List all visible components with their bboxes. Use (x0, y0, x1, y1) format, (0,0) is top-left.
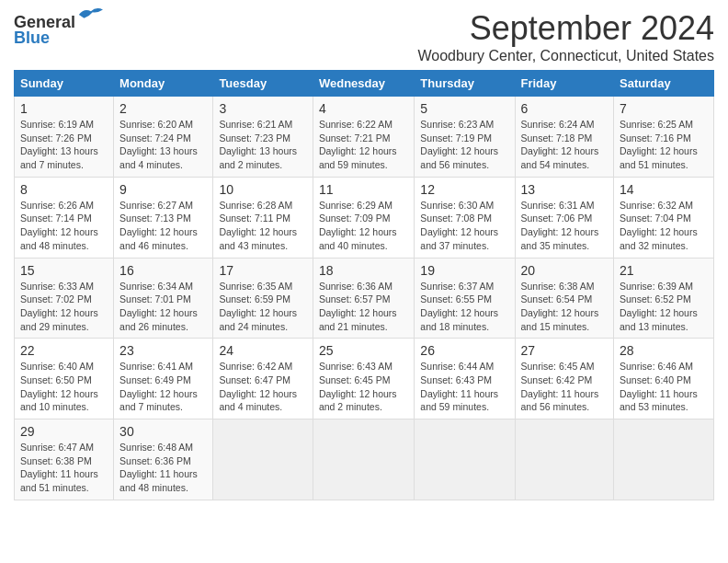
calendar-cell-19: 19Sunrise: 6:37 AMSunset: 6:55 PMDayligh… (415, 258, 515, 339)
calendar-cell-13: 13Sunrise: 6:31 AMSunset: 7:06 PMDayligh… (515, 177, 614, 258)
calendar-cell-3: 3Sunrise: 6:21 AMSunset: 7:23 PMDaylight… (213, 97, 313, 178)
calendar-cell-empty (515, 419, 614, 500)
calendar-cell-7: 7Sunrise: 6:25 AMSunset: 7:16 PMDaylight… (614, 97, 714, 178)
title-section: September 2024 Woodbury Center, Connecti… (417, 9, 714, 64)
logo-bird-icon (77, 6, 103, 24)
calendar-cell-23: 23Sunrise: 6:41 AMSunset: 6:49 PMDayligh… (114, 339, 213, 419)
calendar-table: Sunday Monday Tuesday Wednesday Thursday… (14, 70, 714, 500)
calendar-cell-26: 26Sunrise: 6:44 AMSunset: 6:43 PMDayligh… (415, 339, 515, 419)
calendar-cell-2: 2Sunrise: 6:20 AMSunset: 7:24 PMDaylight… (114, 97, 213, 178)
col-monday: Monday (114, 71, 213, 97)
calendar-cell-25: 25Sunrise: 6:43 AMSunset: 6:45 PMDayligh… (313, 339, 414, 419)
calendar-cell-empty (213, 419, 313, 500)
calendar-cell-21: 21Sunrise: 6:39 AMSunset: 6:52 PMDayligh… (614, 258, 714, 339)
calendar-cell-27: 27Sunrise: 6:45 AMSunset: 6:42 PMDayligh… (515, 339, 614, 419)
calendar-cell-22: 22Sunrise: 6:40 AMSunset: 6:50 PMDayligh… (15, 339, 114, 419)
calendar-body: 1Sunrise: 6:19 AMSunset: 7:26 PMDaylight… (15, 97, 714, 500)
calendar-week-2: 8Sunrise: 6:26 AMSunset: 7:14 PMDaylight… (15, 177, 714, 258)
location-subtitle: Woodbury Center, Connecticut, United Sta… (417, 48, 714, 64)
calendar-cell-11: 11Sunrise: 6:29 AMSunset: 7:09 PMDayligh… (313, 177, 414, 258)
calendar-cell-24: 24Sunrise: 6:42 AMSunset: 6:47 PMDayligh… (213, 339, 313, 419)
calendar-cell-17: 17Sunrise: 6:35 AMSunset: 6:59 PMDayligh… (213, 258, 313, 339)
calendar-cell-29: 29Sunrise: 6:47 AMSunset: 6:38 PMDayligh… (15, 419, 114, 500)
calendar-cell-9: 9Sunrise: 6:27 AMSunset: 7:13 PMDaylight… (114, 177, 213, 258)
col-friday: Friday (515, 71, 614, 97)
logo-blue: Blue (14, 29, 50, 48)
calendar-cell-8: 8Sunrise: 6:26 AMSunset: 7:14 PMDaylight… (15, 177, 114, 258)
calendar-cell-18: 18Sunrise: 6:36 AMSunset: 6:57 PMDayligh… (313, 258, 414, 339)
col-thursday: Thursday (415, 71, 515, 97)
calendar-cell-6: 6Sunrise: 6:24 AMSunset: 7:18 PMDaylight… (515, 97, 614, 178)
calendar-week-5: 29Sunrise: 6:47 AMSunset: 6:38 PMDayligh… (15, 419, 714, 500)
col-wednesday: Wednesday (313, 71, 414, 97)
col-tuesday: Tuesday (213, 71, 313, 97)
calendar-cell-10: 10Sunrise: 6:28 AMSunset: 7:11 PMDayligh… (213, 177, 313, 258)
calendar-header-row: Sunday Monday Tuesday Wednesday Thursday… (15, 71, 714, 97)
logo: General Blue (14, 13, 103, 48)
calendar-cell-5: 5Sunrise: 6:23 AMSunset: 7:19 PMDaylight… (415, 97, 515, 178)
calendar-week-4: 22Sunrise: 6:40 AMSunset: 6:50 PMDayligh… (15, 339, 714, 419)
calendar-week-1: 1Sunrise: 6:19 AMSunset: 7:26 PMDaylight… (15, 97, 714, 178)
calendar-cell-1: 1Sunrise: 6:19 AMSunset: 7:26 PMDaylight… (15, 97, 114, 178)
calendar-cell-empty (614, 419, 714, 500)
calendar-cell-20: 20Sunrise: 6:38 AMSunset: 6:54 PMDayligh… (515, 258, 614, 339)
calendar-cell-30: 30Sunrise: 6:48 AMSunset: 6:36 PMDayligh… (114, 419, 213, 500)
page-header: General Blue September 2024 Woodbury Cen… (14, 9, 714, 64)
calendar-cell-14: 14Sunrise: 6:32 AMSunset: 7:04 PMDayligh… (614, 177, 714, 258)
month-title: September 2024 (417, 9, 714, 48)
calendar-cell-12: 12Sunrise: 6:30 AMSunset: 7:08 PMDayligh… (415, 177, 515, 258)
calendar-cell-15: 15Sunrise: 6:33 AMSunset: 7:02 PMDayligh… (15, 258, 114, 339)
calendar-cell-16: 16Sunrise: 6:34 AMSunset: 7:01 PMDayligh… (114, 258, 213, 339)
col-saturday: Saturday (614, 71, 714, 97)
calendar-cell-4: 4Sunrise: 6:22 AMSunset: 7:21 PMDaylight… (313, 97, 414, 178)
calendar-cell-empty (313, 419, 414, 500)
calendar-week-3: 15Sunrise: 6:33 AMSunset: 7:02 PMDayligh… (15, 258, 714, 339)
calendar-cell-28: 28Sunrise: 6:46 AMSunset: 6:40 PMDayligh… (614, 339, 714, 419)
calendar-cell-empty (415, 419, 515, 500)
col-sunday: Sunday (15, 71, 114, 97)
